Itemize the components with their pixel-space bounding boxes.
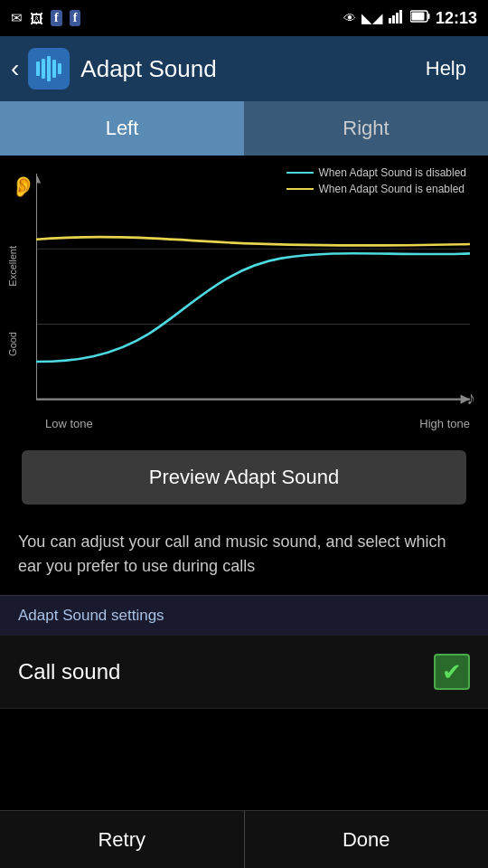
email-icon: ✉ — [11, 10, 23, 26]
done-button[interactable]: Done — [245, 811, 489, 868]
page-title: Adapt Sound — [80, 55, 414, 83]
svg-rect-6 — [411, 13, 424, 21]
svg-rect-7 — [36, 61, 40, 76]
tab-left[interactable]: Left — [0, 101, 244, 156]
description-text: You can adjust your call and music sound… — [18, 530, 470, 579]
chart-x-labels: Low tone High tone — [45, 417, 470, 430]
chart-area: 👂 When Adapt Sound is disabled When Adap… — [0, 156, 488, 436]
help-button[interactable]: Help — [415, 50, 477, 88]
svg-rect-10 — [52, 60, 56, 78]
svg-rect-2 — [396, 13, 399, 24]
preview-section: Preview Adapt Sound — [0, 436, 488, 519]
status-icons-right: 👁 ◣◢ 12:13 — [343, 9, 477, 28]
top-bar: ‹ Adapt Sound Help — [0, 36, 488, 101]
settings-header: Adapt Sound settings — [0, 595, 488, 636]
call-sound-label: Call sound — [18, 659, 120, 684]
svg-rect-3 — [399, 10, 402, 24]
facebook-icon: f — [51, 10, 62, 26]
preview-button[interactable]: Preview Adapt Sound — [22, 450, 466, 505]
call-sound-checkbox[interactable]: ✔ — [434, 654, 470, 690]
image-icon: 🖼 — [30, 11, 43, 26]
status-time: 12:13 — [436, 9, 477, 28]
svg-rect-9 — [47, 56, 51, 81]
svg-rect-1 — [392, 15, 395, 24]
signal-icon — [389, 9, 405, 27]
retry-button[interactable]: Retry — [0, 811, 244, 868]
app-icon — [28, 48, 70, 90]
eye-icon: 👁 — [343, 11, 356, 25]
ear-icon: 👂 — [11, 175, 35, 199]
checkmark-icon: ✔ — [442, 660, 462, 684]
status-icons-left: ✉ 🖼 f f — [11, 10, 80, 26]
svg-rect-11 — [58, 63, 61, 74]
battery-icon — [410, 10, 430, 26]
status-bar: ✉ 🖼 f f 👁 ◣◢ 12:13 — [0, 0, 488, 36]
y-label-good: Good — [7, 332, 18, 356]
description-section: You can adjust your call and music sound… — [0, 519, 488, 595]
svg-rect-5 — [427, 14, 429, 19]
svg-rect-8 — [42, 59, 45, 79]
back-button[interactable]: ‹ — [11, 54, 19, 83]
y-label-excellent: Excellent — [7, 246, 18, 287]
settings-item-call-sound[interactable]: Call sound ✔ — [0, 636, 488, 709]
music-icon: ♪ — [466, 388, 475, 409]
wifi-icon: ◣◢ — [361, 10, 383, 26]
bottom-bar: Retry Done — [0, 810, 488, 868]
chart-svg — [36, 174, 470, 409]
facebook2-icon: f — [70, 10, 81, 26]
tab-bar: Left Right — [0, 101, 488, 156]
tab-right[interactable]: Right — [244, 101, 488, 156]
svg-rect-0 — [389, 18, 391, 24]
